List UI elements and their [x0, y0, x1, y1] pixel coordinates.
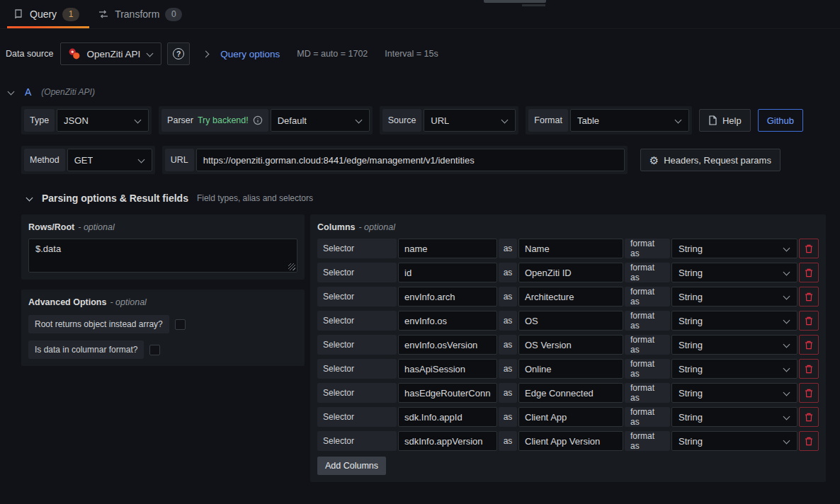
collapse-section-icon[interactable] [25, 195, 33, 202]
query-ref-id[interactable]: A [25, 86, 31, 98]
root-object-checkbox[interactable] [175, 319, 186, 330]
columns-title: Columns - optional [317, 222, 819, 233]
column-alias-input[interactable] [518, 335, 623, 355]
column-selector-input[interactable] [398, 383, 497, 403]
parsing-section-title: Parsing options & Result fields [42, 193, 188, 204]
delete-column-button[interactable] [799, 359, 819, 379]
column-selector-input[interactable] [398, 239, 497, 258]
datasource-picker[interactable]: OpenZiti API [60, 42, 161, 65]
delete-column-button[interactable] [799, 311, 819, 331]
column-alias-input[interactable] [518, 359, 623, 379]
editor-row-1: Type JSON Parser Try backend! Default [21, 106, 826, 134]
query-editor-screen: Query 1 Transform 0 Data source [0, 0, 840, 504]
delete-column-button[interactable] [799, 287, 819, 307]
column-selector-input[interactable] [398, 311, 497, 331]
column-selector-input[interactable] [398, 407, 497, 427]
chevron-down-icon [783, 293, 790, 301]
parsing-section-header[interactable]: Parsing options & Result fields Field ty… [21, 191, 826, 205]
column-row: Selector as format as String [317, 383, 819, 403]
column-selector-input[interactable] [398, 287, 497, 307]
github-button[interactable]: Github [758, 109, 803, 132]
chevron-down-icon [783, 341, 790, 349]
openziti-logo-icon [68, 47, 81, 60]
query-options-toggle[interactable]: Query options [220, 49, 280, 59]
column-format-select[interactable]: String [671, 311, 798, 331]
column-row: Selector as format as String [317, 431, 819, 451]
format-select[interactable]: Table [570, 109, 689, 132]
delete-column-button[interactable] [799, 239, 819, 258]
column-alias-input[interactable] [518, 407, 623, 427]
column-row: Selector as format as String [317, 263, 819, 282]
column-alias-input[interactable] [518, 239, 623, 258]
column-row: Selector as format as String [317, 407, 819, 427]
query-editor-body: Type JSON Parser Try backend! Default [0, 106, 840, 482]
rows-root-input[interactable]: $.data [28, 239, 297, 273]
column-format-select[interactable]: String [671, 407, 798, 427]
source-field-group: Source URL [380, 106, 519, 134]
delete-column-button[interactable] [799, 263, 819, 282]
url-input[interactable] [196, 149, 625, 171]
document-icon [708, 115, 717, 125]
chevron-down-icon [783, 365, 790, 373]
column-alias-input[interactable] [518, 431, 623, 451]
delete-column-button[interactable] [799, 407, 819, 427]
help-button[interactable]: Help [699, 109, 751, 132]
interval-text: Interval = 15s [385, 49, 438, 59]
tab-transform[interactable]: Transform 0 [91, 0, 193, 28]
headers-request-params-button[interactable]: ⚙ Headers, Request params [640, 149, 781, 171]
source-label: Source [382, 109, 422, 132]
advanced-option-row: Root returns object instead array? [28, 315, 297, 333]
parser-select[interactable]: Default [271, 109, 370, 132]
source-select[interactable]: URL [424, 109, 516, 132]
row1-right-buttons: Help Github [699, 109, 803, 132]
column-selector-input[interactable] [398, 359, 497, 379]
chevron-down-icon [783, 317, 790, 325]
tab-query[interactable]: Query 1 [6, 0, 91, 28]
column-selector-input[interactable] [398, 263, 497, 282]
panel-resize-handle[interactable] [484, 0, 546, 3]
advanced-options-panel: Advanced Options - optional Root returns… [21, 290, 305, 366]
column-alias-input[interactable] [518, 263, 623, 282]
chevron-down-icon [501, 117, 509, 125]
column-alias-input[interactable] [518, 287, 623, 307]
add-columns-button[interactable]: Add Columns [317, 457, 386, 475]
rows-root-title: Rows/Root - optional [28, 222, 297, 233]
datasource-help-button[interactable]: ? [167, 42, 190, 65]
method-select[interactable]: GET [67, 149, 152, 171]
query-row-header: A (OpenZiti API) [0, 85, 840, 99]
active-tab-underline [7, 26, 89, 28]
column-alias-input[interactable] [518, 383, 623, 403]
column-selector-input[interactable] [398, 335, 497, 355]
editor-tabbar: Query 1 Transform 0 [0, 0, 840, 29]
column-selector-input[interactable] [398, 431, 497, 451]
columnar-format-checkbox[interactable] [149, 345, 160, 355]
column-format-select[interactable]: String [671, 335, 798, 355]
question-circle-icon: ? [173, 48, 184, 59]
collapse-query-icon[interactable] [7, 88, 15, 96]
delete-column-button[interactable] [799, 383, 819, 403]
column-format-select[interactable]: String [671, 287, 798, 307]
chevron-down-icon [783, 413, 790, 421]
parser-label: Parser Try backend! [161, 109, 268, 132]
info-circle-icon [253, 115, 263, 125]
parsing-panels: Rows/Root - optional $.data Advanced Opt… [21, 214, 826, 482]
type-select[interactable]: JSON [57, 109, 149, 132]
columnar-format-option-label: Is data in columnar format? [28, 340, 144, 359]
chevron-down-icon [134, 117, 142, 125]
panel-resize-handle-small[interactable] [522, 4, 545, 6]
trash-icon [805, 268, 813, 277]
column-row: Selector as format as String [317, 239, 819, 258]
trash-icon [805, 437, 813, 446]
datasource-label: Data source [6, 49, 53, 59]
column-format-select[interactable]: String [671, 359, 798, 379]
delete-column-button[interactable] [799, 431, 819, 451]
trash-icon [805, 365, 813, 374]
column-format-select[interactable]: String [671, 263, 798, 282]
column-format-select[interactable]: String [671, 383, 798, 403]
column-format-select[interactable]: String [671, 239, 798, 258]
shuffle-icon [98, 8, 109, 20]
chevron-down-icon [783, 269, 790, 277]
column-alias-input[interactable] [518, 311, 623, 331]
delete-column-button[interactable] [799, 335, 819, 355]
column-format-select[interactable]: String [671, 431, 798, 451]
